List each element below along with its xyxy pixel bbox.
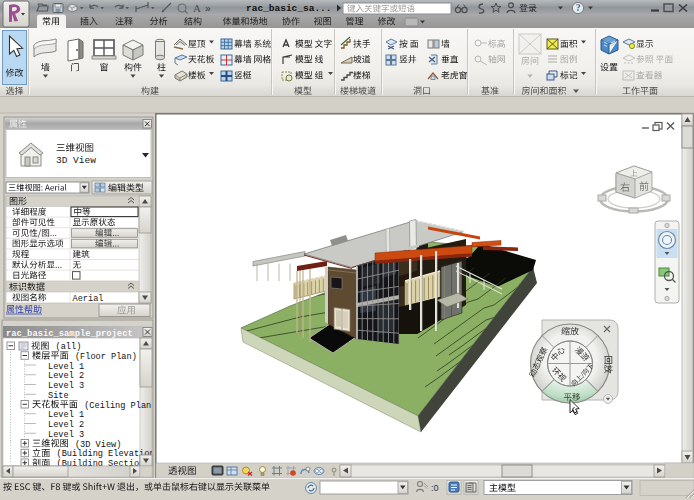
svg-text:Level 1: Level 1: [48, 410, 84, 420]
svg-text:Level 2: Level 2: [48, 420, 84, 430]
svg-text:Aerial: Aerial: [73, 294, 104, 304]
svg-text:(Floor Plan): (Floor Plan): [70, 352, 137, 362]
svg-text:Level 3: Level 3: [48, 430, 84, 440]
svg-text:(all): (all): [50, 342, 81, 352]
svg-text:3D View: 3D View: [56, 155, 96, 166]
svg-text:Level 1: Level 1: [48, 362, 84, 372]
svg-text:»: »: [205, 3, 211, 14]
svg-text:?: ?: [576, 3, 581, 13]
svg-text::0: :0: [431, 483, 439, 493]
svg-text:Site: Site: [48, 391, 69, 401]
svg-text:(Building Elevation: (Building Elevation: [51, 449, 154, 459]
svg-text:A: A: [193, 2, 201, 14]
svg-text:rac_basic_sample_project: rac_basic_sample_project: [6, 329, 133, 339]
svg-text:Level 3: Level 3: [48, 381, 84, 391]
svg-text:Level 2: Level 2: [48, 371, 84, 381]
svg-text:(3D View): (3D View): [70, 440, 122, 450]
svg-text:rac_basic_sa...: rac_basic_sa...: [246, 3, 332, 14]
svg-text:(Ceiling Plan: (Ceiling Plan: [79, 401, 151, 411]
